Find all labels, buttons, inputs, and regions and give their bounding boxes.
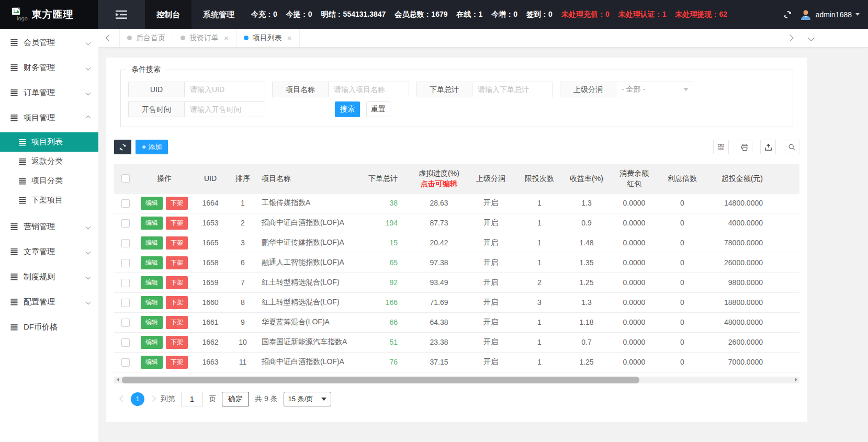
columns-toggle-button[interactable] bbox=[713, 140, 729, 154]
tabs-menu-button[interactable] bbox=[801, 29, 821, 47]
sidebar-item-rules[interactable]: 制度规则 bbox=[0, 264, 98, 289]
cell-orders[interactable]: 66 bbox=[366, 312, 412, 332]
select-all-checkbox[interactable] bbox=[121, 174, 130, 183]
offshelf-button[interactable]: 下架 bbox=[166, 276, 188, 289]
sidebar-item-member-management[interactable]: 会员管理 bbox=[0, 30, 98, 55]
logo-area[interactable]: logo 東方匯理 bbox=[0, 0, 98, 29]
export-button[interactable] bbox=[760, 140, 776, 154]
row-checkbox[interactable] bbox=[121, 319, 130, 327]
header-alert[interactable]: 未处理认证：1 bbox=[618, 10, 667, 19]
order-total-input[interactable] bbox=[472, 82, 553, 97]
sidebar-item-marketing-management[interactable]: 营销管理 bbox=[0, 214, 98, 239]
nav-item-console[interactable]: 控制台 bbox=[145, 0, 191, 29]
header-alert[interactable]: 未处理充值：0 bbox=[561, 10, 610, 19]
cell-orders[interactable]: 194 bbox=[366, 213, 412, 233]
edit-button[interactable]: 编辑 bbox=[141, 256, 163, 269]
row-checkbox[interactable] bbox=[121, 199, 130, 208]
cell-orders[interactable]: 65 bbox=[366, 253, 412, 273]
project-name-input[interactable] bbox=[328, 82, 409, 97]
edit-button[interactable]: 编辑 bbox=[141, 276, 163, 289]
refresh-button[interactable] bbox=[114, 140, 131, 154]
prev-page-button[interactable] bbox=[119, 395, 126, 402]
page-1-button[interactable]: 1 bbox=[131, 392, 144, 406]
sidebar-subitem-project-category[interactable]: 项目分类 bbox=[0, 171, 98, 190]
edit-button[interactable]: 编辑 bbox=[141, 316, 163, 329]
row-checkbox[interactable] bbox=[121, 239, 130, 247]
nav-item-system-management[interactable]: 系统管理 bbox=[191, 0, 246, 29]
row-checkbox[interactable] bbox=[121, 358, 130, 367]
cell-op: 编辑下架 bbox=[137, 332, 191, 352]
col-orders: 下单总计 bbox=[366, 164, 412, 193]
sidebar-subitem-project-list[interactable]: 项目列表 bbox=[0, 132, 98, 152]
print-button[interactable] bbox=[737, 140, 752, 154]
sidebar-item-order-management[interactable]: 订单管理 bbox=[0, 80, 98, 105]
row-checkbox[interactable] bbox=[121, 338, 130, 347]
sale-time-input[interactable] bbox=[184, 101, 265, 117]
cell-orders[interactable]: 38 bbox=[366, 193, 412, 213]
cell-orders[interactable]: 15 bbox=[366, 233, 412, 253]
header-alert[interactable]: 未处理提现：62 bbox=[675, 10, 728, 19]
column-title: 排序 bbox=[229, 173, 256, 184]
tab-invest-orders[interactable]: 投资订单× bbox=[173, 29, 236, 47]
cell-name: 招商中证白酒指数(LOF)A bbox=[256, 352, 366, 372]
row-checkbox[interactable] bbox=[121, 219, 130, 228]
scroll-left-button[interactable] bbox=[114, 377, 121, 383]
sidebar-item-config-management[interactable]: 配置管理 bbox=[0, 289, 98, 314]
sidebar-item-article-management[interactable]: 文章管理 bbox=[0, 239, 98, 264]
cell-orders[interactable]: 51 bbox=[366, 332, 412, 352]
offshelf-button[interactable]: 下架 bbox=[166, 236, 188, 250]
row-checkbox[interactable] bbox=[121, 279, 130, 287]
sidebar-item-label: 文章管理 bbox=[24, 247, 81, 257]
search-button[interactable]: 搜索 bbox=[335, 101, 360, 117]
offshelf-button[interactable]: 下架 bbox=[166, 217, 188, 230]
uid-input[interactable] bbox=[184, 82, 265, 97]
scrollbar-thumb[interactable] bbox=[122, 377, 639, 383]
cell-orders[interactable]: 166 bbox=[366, 292, 412, 312]
parent-share-select[interactable]: - 全部 - bbox=[616, 82, 693, 97]
tabs-scroll-left-button[interactable] bbox=[98, 29, 119, 47]
offshelf-button[interactable]: 下架 bbox=[166, 316, 188, 329]
confirm-button[interactable]: 确定 bbox=[222, 392, 249, 406]
tabs-scroll-right-button[interactable] bbox=[780, 29, 801, 47]
sidebar-item-finance-management[interactable]: 财务管理 bbox=[0, 55, 98, 80]
edit-button[interactable]: 编辑 bbox=[141, 217, 163, 230]
column-title: 限投次数 bbox=[516, 173, 563, 184]
tab-close-icon[interactable]: × bbox=[287, 33, 292, 42]
row-checkbox[interactable] bbox=[121, 259, 130, 267]
scroll-right-button[interactable] bbox=[793, 377, 799, 383]
edit-button[interactable]: 编辑 bbox=[141, 236, 163, 250]
offshelf-button[interactable]: 下架 bbox=[166, 197, 188, 210]
header-refresh-button[interactable] bbox=[783, 10, 792, 19]
offshelf-button[interactable]: 下架 bbox=[166, 356, 188, 369]
offshelf-button[interactable]: 下架 bbox=[166, 296, 188, 309]
cell-orders[interactable]: 76 bbox=[366, 352, 412, 372]
offshelf-button[interactable]: 下架 bbox=[166, 336, 188, 349]
edit-button[interactable]: 编辑 bbox=[141, 197, 163, 210]
collapse-sidebar-button[interactable] bbox=[98, 0, 145, 29]
reset-button[interactable]: 重置 bbox=[366, 101, 390, 117]
search-toggle-button[interactable] bbox=[784, 140, 799, 154]
sidebar-subitem-offshelf-projects[interactable]: 下架项目 bbox=[0, 190, 98, 210]
next-page-button[interactable] bbox=[149, 395, 156, 402]
goto-page-input[interactable] bbox=[181, 392, 203, 406]
sidebar-item-project-management[interactable]: 项目管理 bbox=[0, 105, 98, 130]
sidebar-subitem-label: 下架项目 bbox=[31, 195, 63, 205]
page-size-select[interactable]: 15 条/页 bbox=[284, 392, 332, 406]
edit-button[interactable]: 编辑 bbox=[141, 336, 163, 349]
cell-limit: 1 bbox=[516, 233, 563, 253]
tab-home[interactable]: 后台首页 bbox=[119, 29, 173, 47]
edit-button[interactable]: 编辑 bbox=[141, 296, 163, 309]
cell-orders[interactable]: 92 bbox=[366, 273, 412, 292]
edit-button[interactable]: 编辑 bbox=[141, 356, 163, 369]
tab-close-icon[interactable]: × bbox=[224, 33, 229, 42]
sidebar-subitem-refund-category[interactable]: 返款分类 bbox=[0, 152, 98, 171]
cell-progress: 23.38 bbox=[412, 332, 466, 352]
add-button[interactable]: +添加 bbox=[136, 140, 168, 154]
row-checkbox[interactable] bbox=[121, 299, 130, 307]
tab-project-list[interactable]: 项目列表× bbox=[236, 29, 300, 47]
list-icon bbox=[19, 158, 26, 165]
user-menu[interactable]: admin1688 bbox=[799, 8, 868, 21]
offshelf-button[interactable]: 下架 bbox=[166, 256, 188, 269]
sidebar-item-df-coin-price[interactable]: DF币价格 bbox=[0, 314, 98, 339]
scrollbar-track[interactable] bbox=[121, 377, 793, 383]
